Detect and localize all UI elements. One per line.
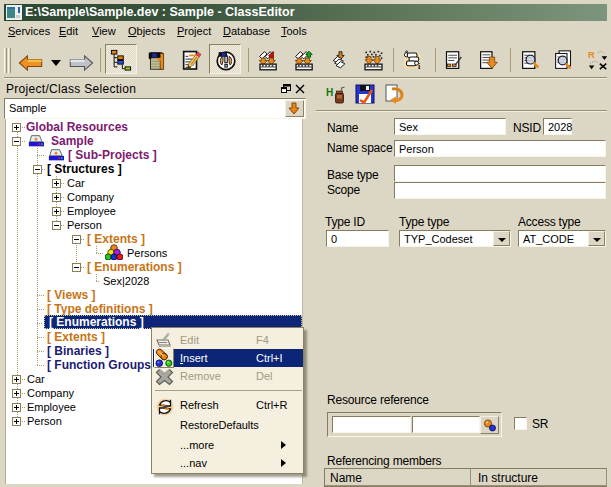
svg-text:H: H — [326, 87, 333, 98]
svg-text:R: R — [588, 50, 595, 60]
